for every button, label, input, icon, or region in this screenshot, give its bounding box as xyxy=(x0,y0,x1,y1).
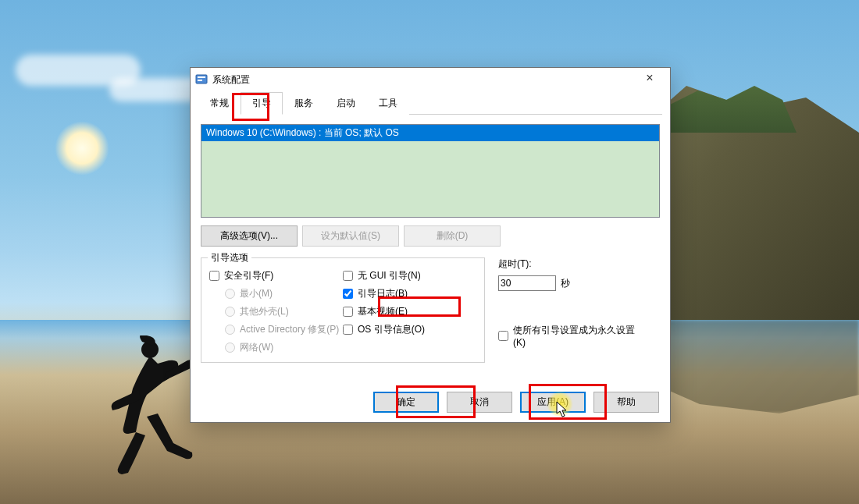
os-list-item-text: Windows 10 (C:\Windows) : 当前 OS; 默认 OS xyxy=(206,127,399,138)
delete-button: 删除(D) xyxy=(404,225,501,247)
close-icon: × xyxy=(646,71,653,84)
checkbox-input[interactable] xyxy=(498,331,508,341)
os-boot-info-checkbox[interactable]: OS 引导信息(O) xyxy=(343,323,476,336)
button-label: 设为默认值(S) xyxy=(321,230,380,241)
permanent-settings-checkbox[interactable]: 使所有引导设置成为永久设置(K) xyxy=(498,324,662,348)
msconfig-window: 系统配置 × 常规 引导 服务 启动 工具 Windows 10 (C:\Win… xyxy=(190,67,671,423)
window-title: 系统配置 xyxy=(212,73,634,87)
ok-button[interactable]: 确定 xyxy=(373,392,439,413)
radio-adrepair: Active Directory 修复(P) xyxy=(209,323,343,336)
apply-button[interactable]: 应用(A) xyxy=(520,392,586,413)
os-list-item[interactable]: Windows 10 (C:\Windows) : 当前 OS; 默认 OS xyxy=(201,125,659,141)
base-video-checkbox[interactable]: 基本视频(E) xyxy=(343,305,476,318)
tab-label: 启动 xyxy=(337,98,355,108)
safe-boot-checkbox[interactable]: 安全引导(F) xyxy=(209,269,343,282)
set-default-button: 设为默认值(S) xyxy=(302,225,399,247)
tab-tools[interactable]: 工具 xyxy=(367,92,409,115)
button-label: 高级选项(V)... xyxy=(220,230,278,241)
checkbox-label: 安全引导(F) xyxy=(224,269,273,282)
tab-label: 服务 xyxy=(294,98,313,108)
no-gui-checkbox[interactable]: 无 GUI 引导(N) xyxy=(343,269,476,282)
radio-label: Active Directory 修复(P) xyxy=(240,323,339,336)
app-icon xyxy=(195,73,208,86)
checkbox-input[interactable] xyxy=(343,289,353,299)
checkbox-label: 无 GUI 引导(N) xyxy=(358,269,421,282)
tab-label: 常规 xyxy=(210,98,229,108)
checkbox-label: 使所有引导设置成为永久设置(K) xyxy=(513,324,646,348)
button-label: 应用(A) xyxy=(537,396,569,407)
tab-general[interactable]: 常规 xyxy=(198,92,241,115)
timeout-input[interactable] xyxy=(498,275,556,291)
sun-deco xyxy=(55,121,109,176)
checkbox-input[interactable] xyxy=(343,271,353,281)
help-button[interactable]: 帮助 xyxy=(593,392,659,413)
tab-content: Windows 10 (C:\Windows) : 当前 OS; 默认 OS 高… xyxy=(191,115,670,371)
tab-services[interactable]: 服务 xyxy=(283,92,325,115)
button-label: 删除(D) xyxy=(437,230,469,241)
radio-altshell: 其他外壳(L) xyxy=(209,305,343,318)
checkbox-input[interactable] xyxy=(343,307,353,317)
tab-label: 引导 xyxy=(252,98,271,108)
cancel-button[interactable]: 取消 xyxy=(447,392,512,413)
radio-label: 网络(W) xyxy=(240,341,273,354)
checkbox-label: 引导日志(B) xyxy=(358,287,408,300)
checkbox-label: OS 引导信息(O) xyxy=(358,323,425,336)
radio-input xyxy=(225,343,235,353)
group-legend: 引导选项 xyxy=(208,251,251,264)
svg-rect-3 xyxy=(198,80,202,81)
dialog-button-row: 确定 取消 应用(A) 帮助 xyxy=(373,392,659,413)
boot-log-checkbox[interactable]: 引导日志(B) xyxy=(343,287,476,300)
button-label: 确定 xyxy=(397,396,415,407)
desktop-wallpaper: 系统配置 × 常规 引导 服务 启动 工具 Windows 10 (C:\Win… xyxy=(0,0,859,504)
advanced-options-button[interactable]: 高级选项(V)... xyxy=(201,225,298,247)
button-label: 帮助 xyxy=(617,396,636,407)
close-button[interactable]: × xyxy=(634,70,665,89)
tab-startup[interactable]: 启动 xyxy=(325,92,367,115)
radio-label: 最小(M) xyxy=(240,287,273,300)
runner-silhouette-deco xyxy=(102,335,195,484)
checkbox-label: 基本视频(E) xyxy=(358,305,408,318)
svg-rect-1 xyxy=(196,75,207,83)
radio-network: 网络(W) xyxy=(209,341,343,354)
tab-label: 工具 xyxy=(379,98,397,108)
radio-label: 其他外壳(L) xyxy=(240,305,289,318)
radio-input xyxy=(225,325,235,335)
radio-minimal: 最小(M) xyxy=(209,287,343,300)
timeout-unit: 秒 xyxy=(561,277,570,290)
svg-rect-2 xyxy=(198,76,205,78)
checkbox-input[interactable] xyxy=(343,325,353,335)
boot-options-group: 引导选项 安全引导(F) 最小(M) 其他外壳(L) Active Direct… xyxy=(201,257,485,363)
titlebar[interactable]: 系统配置 × xyxy=(191,68,670,91)
checkbox-input[interactable] xyxy=(209,271,219,281)
cloud-deco xyxy=(109,78,203,101)
radio-input xyxy=(225,289,235,299)
rock-grass-deco xyxy=(656,86,797,133)
timeout-label: 超时(T): xyxy=(498,257,662,271)
os-listbox[interactable]: Windows 10 (C:\Windows) : 当前 OS; 默认 OS xyxy=(201,124,660,218)
radio-input xyxy=(225,307,235,317)
button-label: 取消 xyxy=(470,396,489,407)
tab-boot[interactable]: 引导 xyxy=(241,92,283,115)
tab-strip: 常规 引导 服务 启动 工具 xyxy=(198,91,662,115)
